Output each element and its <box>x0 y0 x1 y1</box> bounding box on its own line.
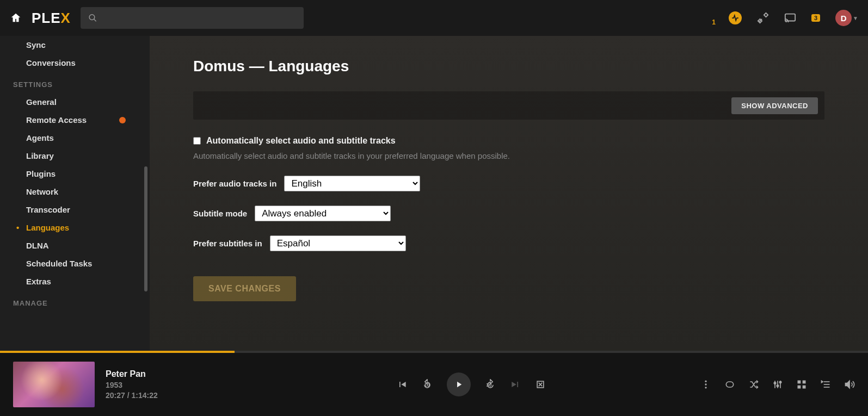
subtitle-lang-label: Prefer subtitles in <box>193 239 262 248</box>
top-bar: PLEX 1 3 D ▼ <box>0 0 868 36</box>
activity-icon[interactable] <box>729 11 742 24</box>
svg-rect-19 <box>803 386 806 389</box>
sidebar-item-languages[interactable]: •Languages <box>0 219 150 237</box>
shuffle-icon[interactable] <box>748 379 759 390</box>
sidebar-item-label: Languages <box>26 223 69 232</box>
svg-rect-16 <box>798 381 801 384</box>
tools-icon[interactable] <box>757 12 769 24</box>
advanced-bar: SHOW ADVANCED <box>193 91 824 120</box>
search-icon <box>88 13 97 23</box>
subtitle-lang-select[interactable]: Español <box>270 235 406 251</box>
activity-count: 1 <box>712 18 716 26</box>
sidebar-item-network[interactable]: Network <box>0 183 150 201</box>
rewind-icon[interactable]: 10 <box>422 379 433 390</box>
sidebar-item-label: Transcoder <box>26 205 70 214</box>
forward-icon[interactable]: 30 <box>485 379 496 390</box>
sidebar-item-label: Scheduled Tasks <box>26 259 92 268</box>
svg-point-13 <box>774 382 775 384</box>
svg-point-14 <box>777 385 778 387</box>
queue-icon[interactable] <box>820 379 831 390</box>
caret-down-icon: ▼ <box>853 15 858 21</box>
sidebar-item-label: Remote Access <box>26 115 87 125</box>
save-changes-button[interactable]: SAVE CHANGES <box>193 276 296 301</box>
svg-rect-9 <box>726 382 733 387</box>
repeat-icon[interactable] <box>724 379 735 390</box>
user-menu[interactable]: D ▼ <box>835 10 858 26</box>
sidebar-item-label: Network <box>26 187 58 196</box>
svg-rect-18 <box>798 386 801 389</box>
volume-icon[interactable] <box>844 379 855 390</box>
auto-select-help: Automatically select audio and subtitle … <box>193 151 824 160</box>
svg-point-7 <box>705 383 706 385</box>
more-icon[interactable] <box>700 379 711 390</box>
sidebar-item-plugins[interactable]: Plugins <box>0 165 150 183</box>
player-bar: Peter Pan 1953 20:27 / 1:14:22 10 30 <box>0 353 868 416</box>
sidebar-item-agents[interactable]: Agents <box>0 129 150 147</box>
logo-text: PLE <box>32 10 61 26</box>
svg-point-8 <box>705 387 706 388</box>
progress-track[interactable] <box>0 351 868 353</box>
sidebar-item-label: Extras <box>26 277 51 286</box>
svg-point-15 <box>779 381 781 383</box>
auto-select-label[interactable]: Automatically select audio and subtitle … <box>206 136 396 146</box>
stop-icon[interactable] <box>535 379 546 390</box>
player-controls: 10 30 <box>397 372 546 396</box>
sidebar-item-label: DLNA <box>26 241 49 250</box>
sidebar-item-transcoder[interactable]: Transcoder <box>0 201 150 219</box>
now-playing-info: Peter Pan 1953 20:27 / 1:14:22 <box>106 369 242 400</box>
audio-lang-select[interactable]: English <box>284 176 420 191</box>
sidebar: SyncConversions SETTINGS GeneralRemote A… <box>0 36 150 351</box>
svg-point-0 <box>89 15 95 20</box>
plex-logo[interactable]: PLEX <box>32 10 71 27</box>
main-content: Domus — Languages SHOW ADVANCED Automati… <box>150 36 868 351</box>
sidebar-item-general[interactable]: General <box>0 93 150 111</box>
sidebar-header-settings: SETTINGS <box>0 72 150 93</box>
show-advanced-button[interactable]: SHOW ADVANCED <box>731 97 818 114</box>
previous-track-icon[interactable] <box>397 379 408 390</box>
search-input[interactable] <box>103 14 296 23</box>
top-icons: 1 3 D ▼ <box>710 10 858 26</box>
sidebar-item-remote-access[interactable]: Remote Access <box>0 111 150 129</box>
next-track-icon[interactable] <box>510 379 521 390</box>
logo-accent: X <box>61 10 71 26</box>
sidebar-item-label: Plugins <box>26 169 56 178</box>
sidebar-item-label: General <box>26 97 57 107</box>
warning-icon <box>119 117 126 123</box>
sidebar-item-extras[interactable]: Extras <box>0 272 150 290</box>
sidebar-item-sync[interactable]: Sync <box>0 36 150 54</box>
svg-marker-24 <box>846 381 850 388</box>
notification-badge[interactable]: 3 <box>811 14 820 22</box>
now-playing-year: 1953 <box>106 381 242 389</box>
svg-point-6 <box>705 381 706 382</box>
sidebar-item-scheduled-tasks[interactable]: Scheduled Tasks <box>0 254 150 272</box>
cast-icon[interactable] <box>784 12 796 24</box>
sidebar-item-label: Agents <box>26 133 54 142</box>
sidebar-header-manage: MANAGE <box>0 290 150 312</box>
subtitle-mode-label: Subtitle mode <box>193 209 247 218</box>
svg-marker-23 <box>822 381 823 382</box>
sidebar-item-label: Library <box>26 151 54 160</box>
subtitle-mode-select[interactable]: Always enabled <box>255 206 391 221</box>
page-title: Domus — Languages <box>193 58 824 75</box>
scrollbar-thumb[interactable] <box>144 166 147 291</box>
active-bullet-icon: • <box>16 223 19 232</box>
home-icon[interactable] <box>10 12 22 24</box>
svg-rect-17 <box>803 381 806 384</box>
progress-fill <box>0 351 235 353</box>
now-playing-title: Peter Pan <box>106 369 242 379</box>
play-button[interactable] <box>447 372 471 396</box>
audio-lang-label: Prefer audio tracks in <box>193 179 276 188</box>
auto-select-checkbox[interactable] <box>193 137 201 145</box>
now-playing-time: 20:27 / 1:14:22 <box>106 391 242 400</box>
sidebar-item-library[interactable]: Library <box>0 147 150 165</box>
sidebar-item-conversions[interactable]: Conversions <box>0 54 150 72</box>
svg-line-1 <box>94 19 96 21</box>
avatar: D <box>835 10 852 26</box>
player-right-controls <box>700 379 855 390</box>
sidebar-item-dlna[interactable]: DLNA <box>0 237 150 254</box>
grid-icon[interactable] <box>796 379 807 390</box>
equalizer-icon[interactable] <box>772 379 783 390</box>
search-box[interactable] <box>81 7 304 29</box>
now-playing-thumbnail[interactable] <box>13 362 95 407</box>
